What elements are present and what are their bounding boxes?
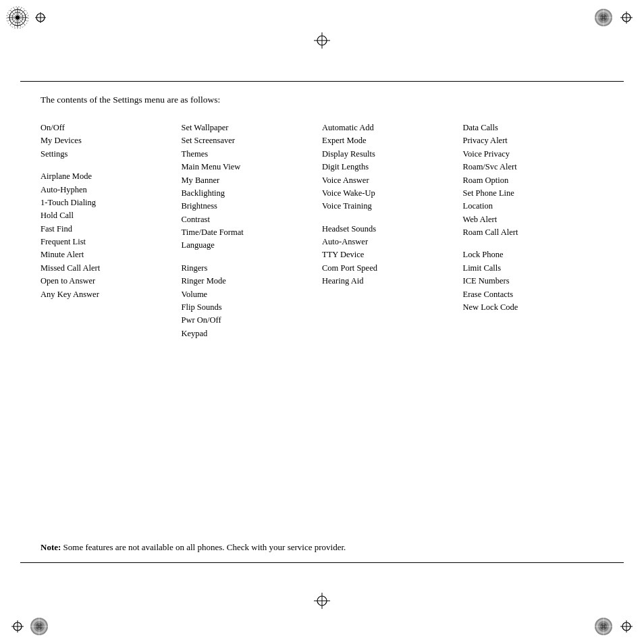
note-content: Some features are not available on all p…	[63, 542, 346, 552]
menu-group-2-2: Ringers Ringer Mode Volume Flip Sounds P…	[182, 262, 316, 340]
corner-decoration-tl	[5, 5, 53, 53]
item: Flip Sounds	[182, 302, 222, 312]
menu-group-3-2: Headset Sounds Auto-Answer TTY Device Co…	[322, 223, 456, 288]
item: Roam Option	[463, 176, 509, 185]
item: Lock Phone	[463, 250, 504, 259]
item: Contrast	[182, 215, 210, 224]
item: Web Alert	[463, 215, 498, 224]
item: On/Off	[41, 123, 65, 132]
corner-decoration-bl	[5, 591, 53, 639]
corner-decoration-tr	[591, 5, 639, 53]
menu-group-1-1: On/Off My Devices Settings	[41, 122, 175, 161]
item: Frequent List	[41, 237, 86, 246]
item: Voice Wake-Up	[322, 188, 375, 198]
main-content: The contents of the Settings menu are as…	[41, 95, 603, 350]
svg-point-10	[16, 16, 20, 20]
item: Airplane Mode	[41, 171, 92, 181]
item: Com Port Speed	[322, 263, 377, 273]
crosshair-top-center	[314, 32, 330, 51]
item: Missed Call Alert	[41, 263, 100, 273]
menu-grid: On/Off My Devices Settings Airplane Mode…	[41, 122, 603, 350]
item: Voice Privacy	[463, 149, 510, 159]
item: Privacy Alert	[463, 136, 508, 145]
menu-group-2-1: Set Wallpaper Set Screensaver Themes Mai…	[182, 122, 316, 252]
item: Location	[463, 201, 493, 211]
item: Themes	[182, 149, 209, 159]
item: My Devices	[41, 136, 82, 145]
item: Auto-Hyphen	[41, 185, 87, 194]
item: Limit Calls	[463, 263, 502, 273]
rule-bottom	[20, 562, 624, 563]
item: Fast Find	[41, 224, 72, 234]
item: Data Calls	[463, 123, 498, 132]
item: Display Results	[322, 149, 375, 159]
item: Ringer Mode	[182, 276, 226, 286]
item: Voice Answer	[322, 176, 369, 185]
item: Auto-Answer	[322, 237, 368, 246]
menu-group-3-1: Automatic Add Expert Mode Display Result…	[322, 122, 456, 213]
menu-column-1: On/Off My Devices Settings Airplane Mode…	[41, 122, 182, 350]
item: Automatic Add	[322, 123, 374, 132]
item: Language	[182, 240, 215, 250]
item: Any Key Answer	[41, 290, 99, 299]
note-text: Note: Some features are not available on…	[41, 542, 603, 553]
item: Digit Lengths	[322, 162, 369, 171]
item: Hearing Aid	[322, 276, 363, 286]
item: Volume	[182, 290, 208, 299]
item: Minute Alert	[41, 250, 84, 259]
menu-group-4-2: Lock Phone Limit Calls ICE Numbers Erase…	[463, 248, 597, 314]
item: Open to Answer	[41, 276, 95, 286]
crosshair-bottom-center	[314, 593, 330, 612]
note-label: Note:	[41, 542, 61, 552]
item: 1-Touch Dialing	[41, 198, 96, 207]
item: Time/Date Format	[182, 227, 244, 237]
item: Expert Mode	[322, 136, 367, 145]
rule-top	[20, 81, 624, 82]
item: Set Screensaver	[182, 136, 235, 145]
item: My Banner	[182, 176, 220, 185]
item: ICE Numbers	[463, 276, 510, 286]
menu-group-4-1: Data Calls Privacy Alert Voice Privacy R…	[463, 122, 597, 239]
menu-column-4: Data Calls Privacy Alert Voice Privacy R…	[463, 122, 604, 350]
corner-decoration-br	[591, 591, 639, 639]
item: Roam/Svc Alert	[463, 162, 517, 171]
item: Main Menu View	[182, 162, 241, 171]
item: Settings	[41, 149, 68, 159]
item: TTY Device	[322, 250, 364, 259]
item: Set Wallpaper	[182, 123, 229, 132]
item: Hold Call	[41, 211, 74, 220]
item: Brightness	[182, 201, 217, 211]
intro-text: The contents of the Settings menu are as…	[41, 95, 603, 105]
menu-column-3: Automatic Add Expert Mode Display Result…	[322, 122, 463, 350]
item: Ringers	[182, 263, 208, 273]
item: New Lock Code	[463, 302, 518, 312]
item: Backlighting	[182, 188, 225, 198]
item: Erase Contacts	[463, 290, 514, 299]
item: Set Phone Line	[463, 188, 514, 198]
item: Roam Call Alert	[463, 227, 518, 237]
item: Headset Sounds	[322, 224, 376, 234]
item: Voice Training	[322, 201, 372, 211]
item: Pwr On/Off	[182, 315, 221, 325]
item: Keypad	[182, 329, 208, 338]
menu-column-2: Set Wallpaper Set Screensaver Themes Mai…	[182, 122, 323, 350]
menu-group-1-2: Airplane Mode Auto-Hyphen 1-Touch Dialin…	[41, 170, 175, 301]
